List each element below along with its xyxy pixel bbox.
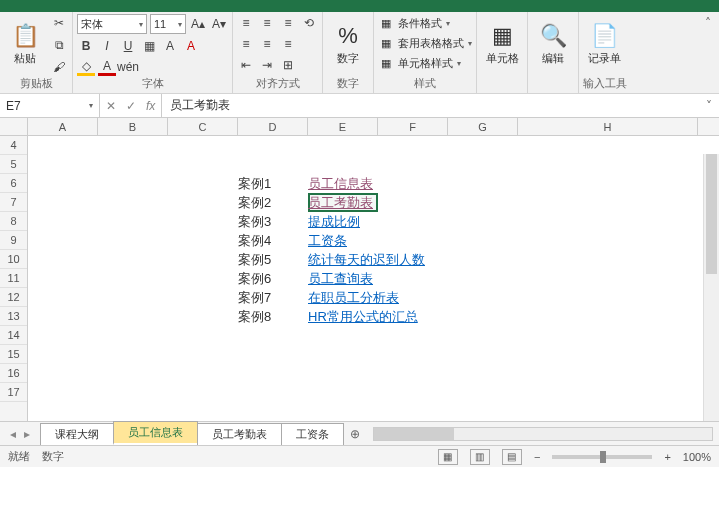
ribbon-collapse-button[interactable]: ˄ <box>697 12 719 93</box>
row-header[interactable]: 8 <box>0 212 27 231</box>
ribbon-group-styles: ▦条件格式▾ ▦套用表格格式▾ ▦单元格样式▾ 样式 <box>374 12 477 93</box>
add-sheet-button[interactable]: ⊕ <box>343 427 367 441</box>
sheet-tab[interactable]: 工资条 <box>281 423 344 445</box>
vertical-scrollbar[interactable] <box>703 154 719 421</box>
italic-button[interactable]: I <box>98 37 116 55</box>
align-bottom-button[interactable]: ≡ <box>279 14 297 32</box>
copy-button[interactable]: ⧉ <box>50 36 68 54</box>
slider-thumb[interactable] <box>600 451 606 463</box>
case-label: 案例3 <box>238 212 271 231</box>
sheet-nav[interactable]: ◂▸ <box>0 427 40 441</box>
view-normal-button[interactable]: ▦ <box>438 449 458 465</box>
col-header[interactable]: D <box>238 118 308 135</box>
fx-icon[interactable]: fx <box>146 99 155 113</box>
paste-button[interactable]: 📋 粘贴 <box>4 14 46 74</box>
underline-button[interactable]: U <box>119 37 137 55</box>
align-right-button[interactable]: ≡ <box>279 35 297 53</box>
cell-styles-button[interactable]: ▦单元格样式▾ <box>378 54 461 72</box>
align-center-button[interactable]: ≡ <box>258 35 276 53</box>
row-header[interactable]: 16 <box>0 364 27 383</box>
font-color-button[interactable]: A <box>98 58 116 76</box>
edit-button[interactable]: 🔍 编辑 <box>532 14 574 74</box>
merge-button[interactable]: ⊞ <box>279 56 297 74</box>
scrollbar-thumb[interactable] <box>374 428 454 440</box>
case-link[interactable]: 员工查询表 <box>308 269 373 288</box>
row-header[interactable]: 7 <box>0 193 27 212</box>
phonetic-button[interactable]: wén <box>119 58 137 76</box>
row-header[interactable]: 5 <box>0 155 27 174</box>
align-top-button[interactable]: ≡ <box>237 14 255 32</box>
row-header[interactable]: 17 <box>0 383 27 402</box>
border-button[interactable]: ▦ <box>140 37 158 55</box>
fill-color-button[interactable]: ◇ <box>77 58 95 76</box>
accept-formula-button[interactable]: ✓ <box>126 99 136 113</box>
row-header[interactable]: 12 <box>0 288 27 307</box>
format-painter-button[interactable]: 🖌 <box>50 58 68 76</box>
row-header[interactable]: 15 <box>0 345 27 364</box>
font-size-select[interactable]: 11▾ <box>150 14 186 34</box>
row-headers: 4567891011121314151617 <box>0 136 28 421</box>
row-header[interactable]: 14 <box>0 326 27 345</box>
formula-expand-button[interactable]: ˅ <box>699 94 719 117</box>
zoom-in-button[interactable]: + <box>664 451 670 463</box>
case-link[interactable]: 员工信息表 <box>308 174 373 193</box>
case-link[interactable]: 工资条 <box>308 231 347 250</box>
case-link[interactable]: 提成比例 <box>308 212 360 231</box>
col-header[interactable]: H <box>518 118 698 135</box>
sheet-prev-icon[interactable]: ◂ <box>10 427 16 441</box>
row-header[interactable]: 13 <box>0 307 27 326</box>
case-link[interactable]: 在职员工分析表 <box>308 288 399 307</box>
view-page-layout-button[interactable]: ▥ <box>470 449 490 465</box>
name-box[interactable]: E7 ▾ <box>0 94 100 117</box>
row-header[interactable]: 9 <box>0 231 27 250</box>
col-header[interactable]: F <box>378 118 448 135</box>
view-page-break-button[interactable]: ▤ <box>502 449 522 465</box>
row-header[interactable]: 11 <box>0 269 27 288</box>
form-button[interactable]: 📄 记录单 <box>583 14 625 74</box>
col-header[interactable]: C <box>168 118 238 135</box>
table-format-button[interactable]: ▦套用表格格式▾ <box>378 34 472 52</box>
number-format-button[interactable]: % 数字 <box>327 14 369 74</box>
cut-button[interactable]: ✂ <box>50 14 68 32</box>
col-header[interactable]: E <box>308 118 378 135</box>
bold-button[interactable]: B <box>77 37 95 55</box>
orientation-button[interactable]: ⟲ <box>300 14 318 32</box>
font-grow-icon[interactable]: A <box>161 37 179 55</box>
col-header[interactable]: B <box>98 118 168 135</box>
conditional-format-button[interactable]: ▦条件格式▾ <box>378 14 450 32</box>
decrease-indent-button[interactable]: ⇤ <box>237 56 255 74</box>
case-link[interactable]: 员工考勤表 <box>308 193 373 212</box>
col-header[interactable]: A <box>28 118 98 135</box>
sheet-tab[interactable]: 课程大纲 <box>40 423 114 445</box>
font-shrink-icon[interactable]: A <box>182 37 200 55</box>
sheet-tab[interactable]: 员工考勤表 <box>197 423 282 445</box>
cells-button[interactable]: ▦ 单元格 <box>481 14 523 74</box>
col-header[interactable]: G <box>448 118 518 135</box>
row-header[interactable]: 4 <box>0 136 27 155</box>
zoom-value[interactable]: 100% <box>683 451 711 463</box>
font-name-select[interactable]: 宋体▾ <box>77 14 147 34</box>
case-link[interactable]: 统计每天的迟到人数 <box>308 250 425 269</box>
horizontal-scrollbar[interactable] <box>373 427 713 441</box>
scrollbar-thumb[interactable] <box>706 154 717 274</box>
ribbon-group-cells: ▦ 单元格 <box>477 12 528 93</box>
align-left-button[interactable]: ≡ <box>237 35 255 53</box>
zoom-out-button[interactable]: − <box>534 451 540 463</box>
formula-input[interactable]: 员工考勤表 <box>162 94 699 117</box>
increase-indent-button[interactable]: ⇥ <box>258 56 276 74</box>
zoom-slider[interactable] <box>552 455 652 459</box>
row-header[interactable]: 10 <box>0 250 27 269</box>
sheet-tab[interactable]: 员工信息表 <box>113 421 198 445</box>
align-middle-button[interactable]: ≡ <box>258 14 276 32</box>
search-icon: 🔍 <box>540 23 567 49</box>
cells-area[interactable]: 案例1员工信息表案例2员工考勤表案例3提成比例案例4工资条案例5统计每天的迟到人… <box>28 136 719 421</box>
sheet-next-icon[interactable]: ▸ <box>24 427 30 441</box>
group-label-form: 输入工具 <box>583 76 627 92</box>
increase-font-button[interactable]: A▴ <box>189 15 207 33</box>
row-header[interactable]: 6 <box>0 174 27 193</box>
case-link[interactable]: HR常用公式的汇总 <box>308 307 418 326</box>
select-all-corner[interactable] <box>0 118 28 135</box>
cancel-formula-button[interactable]: ✕ <box>106 99 116 113</box>
decrease-font-button[interactable]: A▾ <box>210 15 228 33</box>
chevron-down-icon: ▾ <box>446 19 450 28</box>
